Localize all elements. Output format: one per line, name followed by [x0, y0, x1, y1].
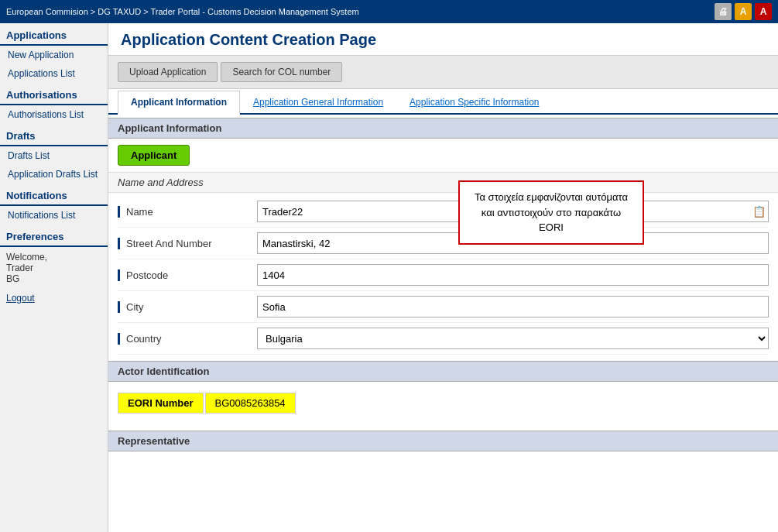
tab-applicant-information[interactable]: Applicant Information	[118, 91, 240, 115]
tab-application-general[interactable]: Application General Information	[240, 91, 396, 115]
sidebar-section-authorisations: Authorisations	[0, 83, 108, 105]
applicant-btn-row: Applicant	[108, 139, 778, 172]
eori-row-container: EORI Number BG0085263854	[108, 382, 778, 424]
upload-application-button[interactable]: Upload Application	[118, 62, 218, 82]
breadcrumb: European Commision > DG TAXUD > Trader P…	[6, 7, 359, 16]
sidebar-username: Trader	[6, 263, 101, 273]
topbar-icons: 🖨 A A	[715, 3, 772, 20]
logout-link[interactable]: Logout	[6, 293, 35, 304]
page-title-bar: Application Content Creation Page	[108, 23, 778, 56]
sidebar-item-drafts-list[interactable]: Drafts List	[0, 146, 108, 165]
eori-row: EORI Number BG0085263854	[118, 388, 769, 418]
font-size-large-button[interactable]: A	[755, 3, 772, 20]
actor-id-section-header: Actor Identification	[108, 361, 778, 382]
layout: Applications New Application Application…	[0, 23, 778, 532]
sidebar-logout: Logout	[0, 289, 108, 307]
sidebar-section-drafts: Drafts	[0, 124, 108, 146]
applicant-info-section-header: Applicant Information	[108, 118, 778, 139]
sidebar-item-application-drafts-list[interactable]: Application Drafts List	[0, 165, 108, 184]
name-row: Name 📋 Τα στοιχεία εμφανίζονται αυτόματα…	[118, 196, 769, 228]
tab-application-specific[interactable]: Application Specific Information	[396, 91, 552, 115]
sidebar-item-notifications-list[interactable]: Notifications List	[0, 206, 108, 225]
sidebar-country: BG	[6, 273, 101, 284]
sidebar-item-authorisations-list[interactable]: Authorisations List	[0, 105, 108, 124]
city-row: City	[118, 291, 769, 323]
font-size-small-button[interactable]: A	[735, 3, 752, 20]
eori-label: EORI Number	[118, 393, 204, 414]
annotation-text: Τα στοιχεία εμφανίζονται αυτόματα και αν…	[475, 191, 628, 233]
city-label: City	[118, 301, 257, 313]
search-col-button[interactable]: Search for COL number	[221, 62, 342, 82]
sidebar: Applications New Application Application…	[0, 23, 108, 532]
sidebar-user: Welcome, Trader BG	[0, 247, 108, 289]
sidebar-section-notifications: Notifications	[0, 184, 108, 206]
country-select[interactable]: Bulgaria Germany France Italy	[257, 328, 769, 349]
applicant-button[interactable]: Applicant	[118, 145, 190, 166]
sidebar-section-preferences: Preferences	[0, 225, 108, 247]
representative-section-header: Representative	[108, 431, 778, 451]
postcode-row: Postcode	[118, 259, 769, 291]
postcode-label: Postcode	[118, 269, 257, 281]
street-row: Street And Number	[118, 228, 769, 259]
form-area: Name 📋 Τα στοιχεία εμφανίζονται αυτόματα…	[108, 193, 778, 358]
calendar-icon: 📋	[752, 205, 766, 218]
postcode-input[interactable]	[257, 264, 769, 286]
annotation-box: Τα στοιχεία εμφανίζονται αυτόματα και αν…	[458, 180, 644, 245]
name-label: Name	[118, 206, 257, 218]
sub-tabs: Applicant Information Application Genera…	[108, 91, 778, 115]
country-label: Country	[118, 333, 257, 345]
city-input[interactable]	[257, 296, 769, 317]
print-button[interactable]: 🖨	[715, 3, 732, 20]
page-title: Application Content Creation Page	[121, 31, 376, 49]
country-row: Country Bulgaria Germany France Italy	[118, 323, 769, 355]
sidebar-section-applications: Applications	[0, 23, 108, 46]
eori-value: BG0085263854	[205, 393, 296, 414]
street-label: Street And Number	[118, 238, 257, 249]
topbar: European Commision > DG TAXUD > Trader P…	[0, 0, 778, 23]
sidebar-item-new-application[interactable]: New Application	[0, 46, 108, 64]
name-address-subsection: Name and Address	[108, 172, 778, 193]
button-row: Upload Application Search for COL number	[108, 56, 778, 89]
sidebar-item-applications-list[interactable]: Applications List	[0, 64, 108, 83]
main-content: Application Content Creation Page Upload…	[108, 23, 778, 532]
sidebar-welcome: Welcome,	[6, 252, 101, 263]
